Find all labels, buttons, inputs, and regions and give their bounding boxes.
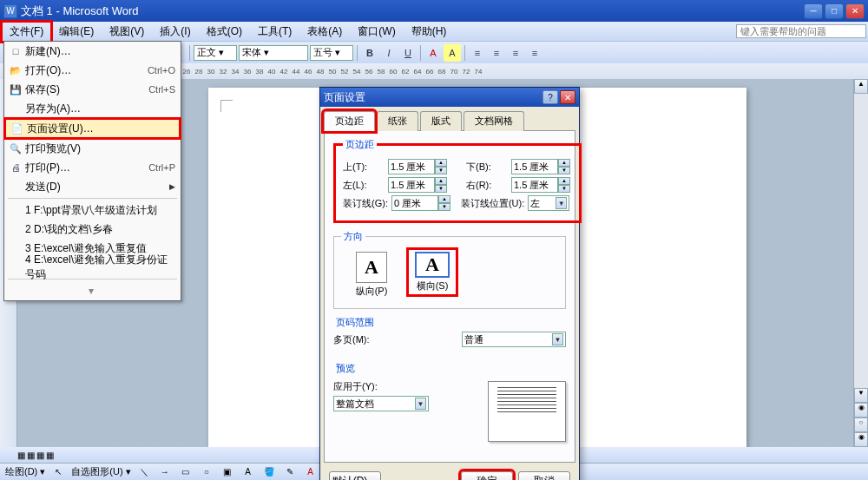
cancel-button[interactable]: 取消 [518,471,570,480]
file-menu-item[interactable]: 🔍打印预览(V) [4,139,181,158]
underline-icon[interactable]: U [399,44,417,62]
autoshapes-menu[interactable]: 自选图形(U) ▾ [71,465,130,478]
font-color2-icon[interactable]: A [303,465,319,479]
recent-file-label: 4 E:\excel\避免输入重复身份证号码 [25,253,175,282]
file-menu-item[interactable]: 💾保存(S)Ctrl+S [4,80,181,99]
tab-grid[interactable]: 文档网格 [464,111,524,131]
file-menu-item[interactable]: 另存为(A)… [4,99,181,118]
align-center-icon[interactable]: ≡ [488,44,505,62]
file-menu-item[interactable]: 📄页面设置(U)… [3,117,181,140]
align-right-icon[interactable]: ≡ [507,44,524,62]
browse-object-icon[interactable]: ○ [854,418,868,432]
menu-insert[interactable]: 插入(I) [152,22,198,42]
margins-legend: 页边距 [343,138,377,151]
ruler-tick: 52 [339,68,351,76]
fill-color-icon[interactable]: 🪣 [261,465,277,479]
gutter-spinner[interactable]: ▲▼ [391,195,452,211]
arrow-icon[interactable]: → [157,465,173,479]
menu-window[interactable]: 窗口(W) [350,22,403,42]
menu-format[interactable]: 格式(O) [199,22,250,42]
menu-view[interactable]: 视图(V) [102,22,152,42]
landscape-button[interactable]: A 横向(S) [411,252,454,293]
normal-view-icon[interactable]: ▦ [17,450,25,460]
menu-item-label: 保存(S) [25,82,148,97]
gutter-input[interactable] [391,195,438,211]
italic-icon[interactable]: I [380,44,398,62]
left-margin-input[interactable] [388,177,435,193]
scroll-up-icon[interactable]: ▲ [854,79,868,94]
landscape-label: 横向(S) [411,279,454,293]
line-color-icon[interactable]: ✎ [282,465,298,479]
pages-group: 页码范围 多页(M): 普通▼ [333,316,566,355]
style-combo[interactable]: 正文 ▾ [194,45,237,61]
file-menu-item[interactable]: 📂打开(O)…Ctrl+O [4,61,181,80]
ok-button[interactable]: 确定 [461,471,513,480]
menu-item-icon: 💾 [6,82,25,97]
outline-view-icon[interactable]: ▦ [46,450,54,460]
dialog-close-button[interactable]: ✕ [560,90,575,104]
left-margin-spinner[interactable]: ▲▼ [388,177,449,193]
font-combo[interactable]: 宋体 ▾ [239,45,308,61]
gutter-pos-combo[interactable]: 左▼ [528,195,569,211]
align-left-icon[interactable]: ≡ [469,44,486,62]
preview-legend: 预览 [333,362,358,375]
file-menu-item[interactable]: □新建(N)… [4,42,181,61]
file-menu-recent-item[interactable]: 1 F:\ppt背景\八年级道法计划 [4,201,181,220]
right-margin-input[interactable] [511,177,558,193]
menu-help[interactable]: 帮助(H) [404,22,455,42]
web-view-icon[interactable]: ▦ [27,450,35,460]
dialog-titlebar[interactable]: 页面设置 ? ✕ [320,88,579,107]
oval-icon[interactable]: ○ [199,465,214,479]
menu-file[interactable]: 文件(F) [2,22,51,42]
menu-tools[interactable]: 工具(T) [250,22,299,42]
bold-icon[interactable]: B [361,44,378,62]
applyto-combo[interactable]: 整篇文档▼ [333,396,429,411]
wordart-icon[interactable]: A [240,465,256,479]
file-menu-item[interactable]: 发送(D)▶ [4,177,181,196]
font-size-combo[interactable]: 五号 ▾ [310,45,353,61]
maximize-button[interactable]: □ [825,3,844,19]
default-button[interactable]: 默认(D)… [329,471,381,480]
file-menu-expand[interactable]: ▾ [4,281,181,300]
file-menu-recent-item[interactable]: 2 D:\我的文档\乡春 [4,220,181,239]
vertical-scrollbar[interactable]: ▲ ▼ ◉ ○ ◉ [853,79,868,447]
line-icon[interactable]: ＼ [136,465,152,479]
portrait-button[interactable]: A 纵向(P) [350,252,393,298]
multipage-combo[interactable]: 普通▼ [462,332,566,347]
menu-item-icon: 📂 [6,62,25,78]
gutter-label: 装订线(G): [343,197,388,210]
help-search-input[interactable] [736,24,866,38]
minimize-button[interactable]: ─ [804,3,823,19]
right-margin-label: 右(R): [466,179,508,192]
bottom-margin-input[interactable] [511,159,558,174]
rectangle-icon[interactable]: ▭ [178,465,194,479]
dialog-help-button[interactable]: ? [542,90,558,104]
ruler-tick: 54 [351,68,363,76]
textbox-icon[interactable]: ▣ [220,465,235,479]
close-button[interactable]: ✕ [845,3,865,19]
tab-margins[interactable]: 页边距 [324,111,375,131]
right-margin-spinner[interactable]: ▲▼ [511,177,572,193]
highlight-icon[interactable]: A [444,44,461,62]
menu-table[interactable]: 表格(A) [299,22,350,42]
tab-paper[interactable]: 纸张 [377,111,418,131]
select-icon[interactable]: ↖ [50,465,66,479]
prev-page-icon[interactable]: ◉ [854,403,868,418]
top-margin-spinner[interactable]: ▲▼ [388,159,449,174]
top-margin-input[interactable] [388,159,435,174]
left-margin-label: 左(L): [343,179,385,192]
file-menu-item[interactable]: 🖨打印(P)…Ctrl+P [4,158,181,177]
menu-edit[interactable]: 编辑(E) [51,22,102,42]
align-justify-icon[interactable]: ≡ [526,44,543,62]
next-page-icon[interactable]: ◉ [854,432,868,447]
print-view-icon[interactable]: ▦ [36,450,44,460]
tab-layout[interactable]: 版式 [420,111,462,131]
ruler-tick: 26 [181,68,193,76]
font-color-icon[interactable]: A [424,44,442,62]
draw-menu[interactable]: 绘图(D) ▾ [5,465,45,478]
menu-item-label: 发送(D) [25,180,169,194]
file-menu-recent-item[interactable]: 4 E:\excel\避免输入重复身份证号码 [4,258,181,277]
bottom-margin-spinner[interactable]: ▲▼ [511,159,572,174]
scroll-down-icon[interactable]: ▼ [854,388,868,403]
top-margin-label: 上(T): [343,161,385,174]
